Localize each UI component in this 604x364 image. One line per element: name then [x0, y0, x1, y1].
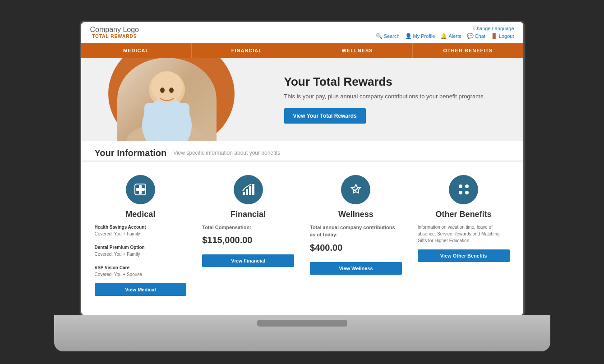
laptop-base: [54, 315, 550, 351]
financial-card: Financial Total Compensation: $115,000.0…: [198, 170, 299, 300]
svg-point-15: [459, 184, 462, 188]
other-benefits-desc: Information on vacation time, leave of a…: [418, 224, 510, 244]
wellness-card: Wellness Total annual company contributi…: [305, 170, 406, 300]
financial-amount: $115,000.00: [202, 233, 294, 247]
other-benefits-card: Other Benefits Information on vacation t…: [413, 170, 514, 300]
my-profile-nav-item[interactable]: 👤 My Profile: [405, 33, 435, 39]
medical-title: Medical: [95, 210, 187, 219]
search-nav-item[interactable]: 🔍 Search: [376, 33, 400, 39]
other-benefits-title: Other Benefits: [418, 210, 510, 219]
svg-rect-6: [144, 103, 158, 125]
financial-icon: [234, 175, 263, 204]
hero-subtitle: This is your pay, plus annual company co…: [284, 92, 510, 101]
financial-details: Total Compensation: $115,000.00: [202, 224, 294, 247]
alerts-icon: 🔔: [440, 33, 447, 39]
app-header: Company Logo TOTAL REWARDS Change Langua…: [81, 22, 523, 43]
logout-icon: 🚪: [491, 33, 498, 39]
nav-icons: 🔍 Search 👤 My Profile 🔔 Alerts 💬: [376, 33, 514, 39]
hero-title: Your Total Rewards: [284, 75, 510, 89]
header-right: Change Language 🔍 Search 👤 My Profile 🔔: [376, 26, 514, 39]
your-information-subtitle: View specific information about your ben…: [173, 150, 280, 156]
tab-financial[interactable]: FINANCIAL: [192, 43, 302, 58]
tab-other-benefits[interactable]: OTHER BENEFITS: [413, 43, 523, 58]
svg-point-16: [465, 184, 469, 188]
hero-image-area: [81, 58, 271, 141]
other-benefits-icon: [449, 175, 478, 204]
view-total-rewards-button[interactable]: View Your Total Rewards: [284, 108, 366, 124]
company-logo: Company Logo: [90, 26, 139, 34]
view-medical-button[interactable]: View Medical: [95, 283, 187, 296]
search-icon: 🔍: [376, 33, 383, 39]
svg-point-4: [160, 88, 165, 93]
hero-content: Your Total Rewards This is your pay, plu…: [271, 66, 523, 132]
svg-rect-7: [176, 103, 189, 125]
search-label: Search: [384, 33, 400, 39]
wellness-amount-label: Total annual company contributions as of…: [310, 224, 402, 239]
view-wellness-button[interactable]: View Wellness: [310, 262, 402, 275]
wellness-details: Total annual company contributions as of…: [310, 224, 402, 254]
svg-point-3: [151, 71, 183, 103]
svg-point-17: [459, 191, 462, 194]
svg-point-18: [465, 191, 469, 194]
chat-icon: 💬: [467, 33, 474, 39]
view-financial-button[interactable]: View Financial: [202, 254, 294, 267]
medical-details: Health Savings Account Covered: You + Fa…: [95, 224, 187, 278]
your-information-title: Your Information: [95, 148, 167, 158]
profile-icon: 👤: [405, 33, 412, 39]
logout-nav-item[interactable]: 🚪 Logout: [491, 33, 514, 39]
wellness-icon: [341, 175, 370, 204]
alerts-nav-item[interactable]: 🔔 Alerts: [440, 33, 461, 39]
change-language-link[interactable]: Change Language: [473, 26, 514, 31]
wellness-title: Wellness: [310, 210, 402, 219]
benefits-grid: Medical Health Savings Account Covered: …: [81, 161, 523, 309]
chat-nav-item[interactable]: 💬 Chat: [467, 33, 485, 39]
tab-wellness[interactable]: WELLNESS: [302, 43, 413, 58]
svg-rect-13: [249, 186, 251, 195]
your-information-section: Your Information View specific informati…: [81, 141, 523, 161]
view-other-benefits-button[interactable]: View Other Benefits: [418, 249, 510, 262]
chat-label: Chat: [475, 33, 485, 39]
svg-rect-14: [252, 184, 254, 195]
medical-icon: [126, 175, 155, 204]
medical-card: Medical Health Savings Account Covered: …: [90, 170, 191, 300]
hero-section: Your Total Rewards This is your pay, plu…: [81, 58, 523, 141]
profile-label: My Profile: [413, 33, 435, 39]
main-navigation: MEDICAL FINANCIAL WELLNESS OTHER BENEFIT…: [81, 43, 523, 58]
tab-medical[interactable]: MEDICAL: [81, 43, 192, 58]
svg-rect-11: [243, 192, 245, 195]
svg-point-5: [169, 88, 174, 93]
svg-rect-12: [246, 189, 248, 195]
hero-person-image: [117, 58, 217, 141]
logo-section: Company Logo TOTAL REWARDS: [90, 26, 139, 39]
financial-title: Financial: [202, 210, 294, 219]
svg-rect-9: [136, 188, 145, 191]
logout-label: Logout: [499, 33, 514, 39]
logo-tagline: TOTAL REWARDS: [90, 34, 139, 39]
alerts-label: Alerts: [448, 33, 461, 39]
wellness-amount: $400.00: [310, 241, 402, 254]
financial-amount-label: Total Compensation:: [202, 224, 294, 231]
